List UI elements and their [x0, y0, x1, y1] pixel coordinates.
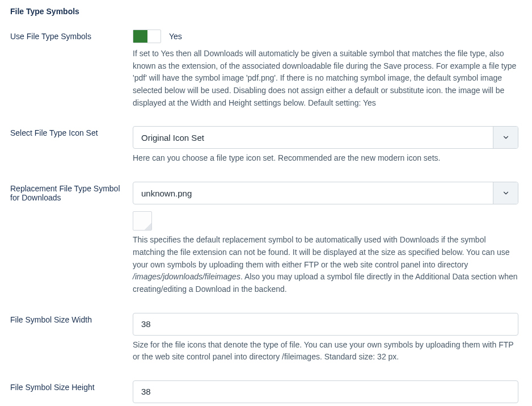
field-height: File Symbol Size Height Size for the fil… — [10, 380, 522, 406]
field-width: File Symbol Size Width Size for the file… — [10, 313, 522, 363]
help-use-file-type-symbols: If set to Yes then all Downloads will au… — [133, 48, 518, 109]
section-title: File Type Symbols — [10, 7, 522, 16]
chevron-down-icon — [502, 189, 510, 197]
select-replacement-symbol-button[interactable] — [493, 182, 518, 204]
label-icon-set: Select File Type Icon Set — [10, 126, 133, 137]
field-replacement-symbol: Replacement File Type Symbol for Downloa… — [10, 182, 522, 295]
help-width: Size for the file icons that denote the … — [133, 339, 518, 363]
chevron-down-icon — [502, 133, 510, 141]
help-icon-set: Here can you choose a file type icon set… — [133, 152, 518, 165]
label-height: File Symbol Size Height — [10, 380, 133, 392]
label-use-file-type-symbols: Use File Type Symbols — [10, 30, 133, 41]
select-icon-set-value: Original Icon Set — [133, 127, 493, 148]
help-replacement-symbol: This specifies the default replacement s… — [133, 234, 518, 295]
select-replacement-symbol[interactable]: unknown.png — [133, 182, 518, 204]
help-replacement-pre: This specifies the default replacement s… — [133, 235, 510, 269]
replacement-symbol-preview — [133, 211, 152, 231]
toggle-state-text: Yes — [169, 32, 182, 41]
field-use-file-type-symbols: Use File Type Symbols Yes If set to Yes … — [10, 30, 522, 109]
field-icon-set: Select File Type Icon Set Original Icon … — [10, 126, 522, 165]
select-replacement-symbol-value: unknown.png — [133, 182, 493, 204]
label-width: File Symbol Size Width — [10, 313, 133, 324]
help-replacement-path: /images/jdownloads/fileimages — [133, 272, 240, 281]
input-height[interactable] — [133, 380, 518, 403]
toggle-use-file-type-symbols[interactable] — [133, 30, 161, 43]
input-width[interactable] — [133, 313, 518, 336]
select-icon-set[interactable]: Original Icon Set — [133, 126, 518, 149]
label-replacement-symbol: Replacement File Type Symbol for Downloa… — [10, 182, 133, 202]
select-icon-set-button[interactable] — [493, 127, 518, 148]
